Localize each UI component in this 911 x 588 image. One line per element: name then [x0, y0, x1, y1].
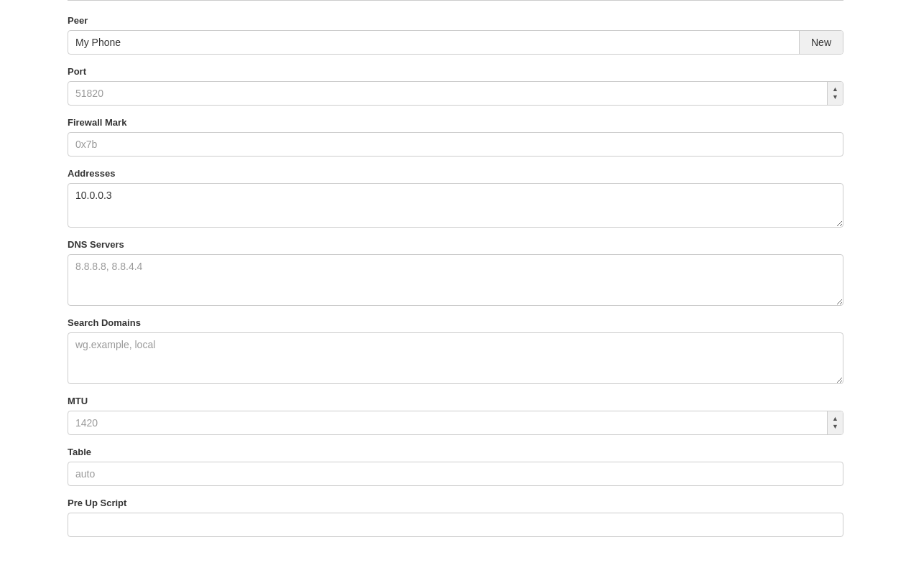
peer-group: Peer New [68, 15, 843, 55]
table-input[interactable] [68, 462, 843, 485]
addresses-group: Addresses 10.0.0.3 [68, 168, 843, 228]
firewall-mark-input[interactable] [68, 133, 843, 156]
firewall-mark-label: Firewall Mark [68, 117, 843, 128]
table-label: Table [68, 447, 843, 457]
port-label: Port [68, 66, 843, 77]
mtu-group: MTU ▲ ▼ [68, 396, 843, 435]
port-group: Port ▲ ▼ [68, 66, 843, 106]
form-container: Peer New Port ▲ ▼ Firewall Mark Addresse… [0, 0, 911, 577]
mtu-spinner-down[interactable]: ▼ [832, 424, 838, 430]
table-input-wrapper [68, 462, 843, 486]
pre-up-script-group: Pre Up Script [68, 498, 843, 537]
peer-new-button[interactable]: New [799, 31, 843, 54]
port-spinner-down[interactable]: ▼ [832, 94, 838, 101]
pre-up-script-input-wrapper [68, 513, 843, 537]
port-spinner[interactable]: ▲ ▼ [827, 82, 843, 105]
port-input-wrapper: ▲ ▼ [68, 81, 843, 106]
peer-input-wrapper: New [68, 30, 843, 55]
firewall-mark-group: Firewall Mark [68, 117, 843, 157]
dns-servers-label: DNS Servers [68, 239, 843, 250]
mtu-input[interactable] [68, 411, 827, 434]
search-domains-label: Search Domains [68, 317, 843, 328]
pre-up-script-label: Pre Up Script [68, 498, 843, 508]
firewall-mark-input-wrapper [68, 132, 843, 157]
dns-servers-textarea[interactable] [68, 255, 843, 305]
dns-servers-group: DNS Servers [68, 239, 843, 306]
port-input[interactable] [68, 82, 827, 105]
addresses-textarea-wrapper: 10.0.0.3 [68, 183, 843, 228]
search-domains-textarea[interactable] [68, 333, 843, 383]
addresses-textarea[interactable]: 10.0.0.3 [68, 184, 843, 227]
peer-input[interactable] [68, 31, 799, 54]
addresses-label: Addresses [68, 168, 843, 179]
mtu-spinner-up[interactable]: ▲ [832, 416, 838, 422]
pre-up-script-input[interactable] [68, 513, 843, 536]
mtu-input-wrapper: ▲ ▼ [68, 411, 843, 435]
table-group: Table [68, 447, 843, 486]
dns-servers-textarea-wrapper [68, 254, 843, 306]
search-domains-group: Search Domains [68, 317, 843, 384]
mtu-label: MTU [68, 396, 843, 406]
top-divider [68, 0, 843, 1]
search-domains-textarea-wrapper [68, 332, 843, 384]
mtu-spinner[interactable]: ▲ ▼ [827, 411, 843, 434]
port-spinner-up[interactable]: ▲ [832, 86, 838, 93]
peer-label: Peer [68, 15, 843, 26]
